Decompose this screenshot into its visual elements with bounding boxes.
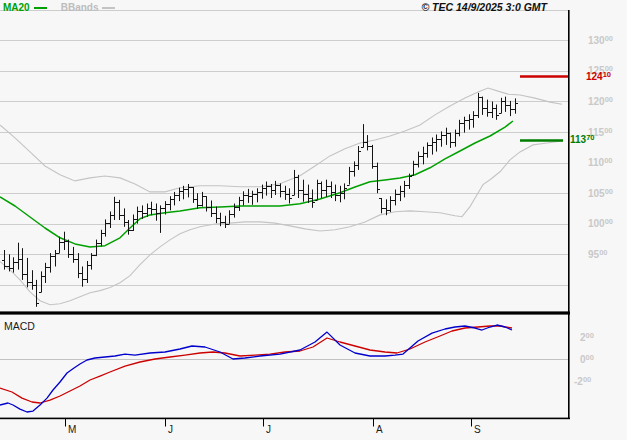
macd-signal-line [0, 326, 512, 403]
legend-bbands-label: BBands [61, 2, 99, 13]
legend-ma20-label: MA20 [3, 2, 30, 13]
legend: MA20 BBands [3, 1, 115, 14]
bollinger-lower-line [0, 141, 562, 305]
bbands-line-swatch [102, 7, 115, 9]
copyright-text: © TEC 14/9/2025 3:0 GMT [421, 1, 547, 13]
bottom-axis-line [0, 418, 570, 420]
ohlc-bars [2, 93, 518, 307]
right-axis-spine [568, 10, 570, 419]
bollinger-upper-line [0, 88, 562, 192]
ma20-line-swatch [34, 7, 47, 9]
panel-separator [0, 311, 570, 314]
price-macd-chart [0, 0, 627, 440]
stock-chart-page: { "legend": { "ma20": "MA20", "bbands": … [0, 0, 627, 440]
macd-panel-title: MACD [4, 320, 35, 332]
